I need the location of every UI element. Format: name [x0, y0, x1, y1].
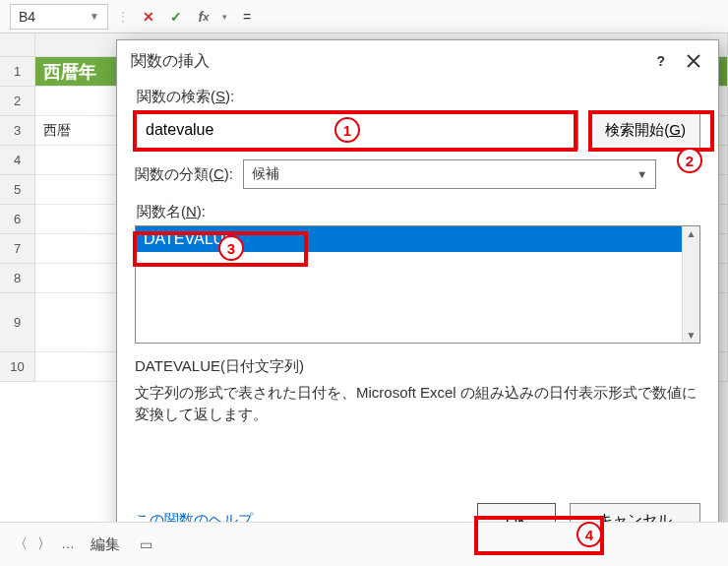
status-mode: 編集: [91, 535, 120, 554]
scroll-up-icon[interactable]: ▲: [687, 228, 697, 239]
cancel-formula-icon[interactable]: ✕: [138, 6, 159, 28]
sheet-ellipsis: …: [61, 535, 75, 553]
row-header[interactable]: 5: [0, 175, 35, 205]
close-icon[interactable]: [683, 50, 704, 72]
row-header[interactable]: 1: [0, 57, 35, 87]
dialog-title: 関数の挿入: [131, 51, 210, 72]
row-header[interactable]: 10: [0, 352, 35, 382]
help-button[interactable]: ?: [656, 53, 665, 69]
dialog-titlebar[interactable]: 関数の挿入 ?: [117, 40, 718, 78]
annotation-circle-4: 4: [576, 522, 602, 547]
formula-value: =: [243, 9, 251, 25]
chevron-down-icon: ▾: [222, 12, 227, 22]
formula-bar-buttons: ✕ ✓ fx ▾: [138, 6, 227, 28]
formula-bar: B4 ▼ ⋮ ✕ ✓ fx ▾ =: [0, 0, 728, 33]
category-label: 関数の分類(C):: [135, 165, 233, 184]
row-header[interactable]: 9: [0, 293, 35, 352]
row-header[interactable]: 8: [0, 264, 35, 293]
sheet-next-icon[interactable]: 〉: [37, 535, 51, 553]
name-box[interactable]: B4 ▼: [10, 4, 108, 30]
function-name-label: 関数名(N):: [137, 203, 700, 221]
scroll-down-icon[interactable]: ▼: [687, 330, 697, 341]
sheet-nav: 〈 〉 …: [14, 535, 75, 553]
function-description: DATEVALUE(日付文字列) 文字列の形式で表された日付を、Microsof…: [135, 355, 700, 426]
search-label: 関数の検索(S):: [137, 88, 700, 106]
row-header[interactable]: 6: [0, 205, 35, 234]
category-select[interactable]: 候補 ▼: [243, 159, 656, 189]
sheet-prev-icon[interactable]: 〈: [14, 535, 28, 553]
row-header[interactable]: 4: [0, 146, 35, 175]
category-value: 候補: [252, 165, 279, 183]
function-signature: DATEVALUE(日付文字列): [135, 355, 700, 378]
annotation-circle-2: 2: [677, 148, 702, 173]
separator: ⋮: [116, 9, 130, 25]
scrollbar[interactable]: ▲ ▼: [682, 226, 699, 343]
search-button[interactable]: 検索開始(G): [590, 110, 700, 150]
row-header[interactable]: 7: [0, 234, 35, 264]
row-header[interactable]: 3: [0, 116, 35, 146]
chevron-down-icon: ▼: [637, 168, 647, 180]
status-bar: 〈 〉 … 編集 ▭: [0, 522, 728, 566]
fx-icon[interactable]: fx: [193, 6, 214, 28]
annotation-circle-1: 1: [334, 117, 360, 143]
accept-formula-icon[interactable]: ✓: [165, 6, 187, 28]
annotation-circle-3: 3: [218, 235, 244, 261]
row-header[interactable]: 2: [0, 87, 35, 116]
accessibility-icon[interactable]: ▭: [136, 535, 155, 554]
row-headers: 1 2 3 4 5 6 7 8 9 10: [0, 57, 35, 382]
name-box-value: B4: [19, 9, 35, 25]
select-all-corner[interactable]: [0, 33, 35, 56]
formula-input[interactable]: =: [235, 6, 718, 28]
function-description-text: 文字列の形式で表された日付を、Microsoft Excel の組み込みの日付表…: [135, 382, 700, 426]
chevron-down-icon: ▼: [90, 11, 99, 22]
insert-function-dialog: 関数の挿入 ? 関数の検索(S): 検索開始(G) 関数の分類(C): 候補 ▼: [116, 39, 719, 551]
